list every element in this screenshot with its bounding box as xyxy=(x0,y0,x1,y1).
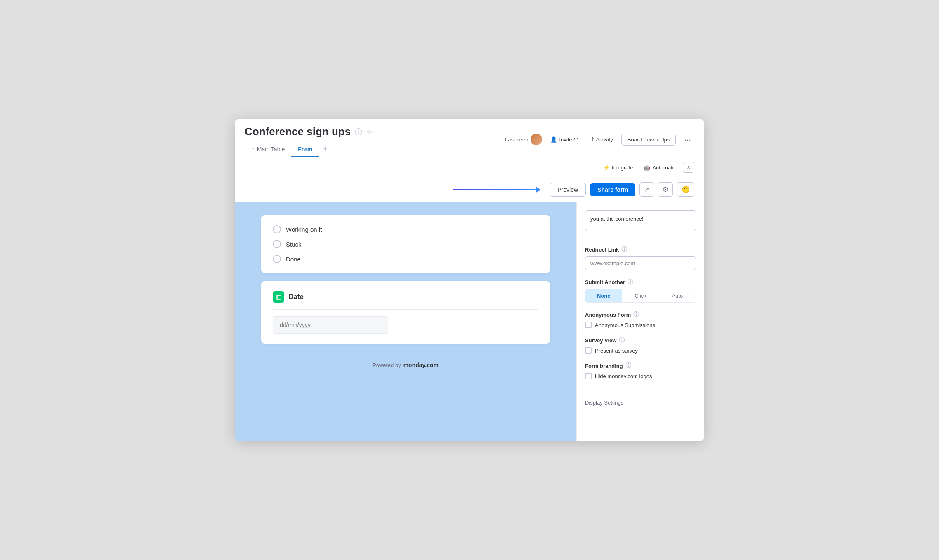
submit-option-none[interactable]: None xyxy=(585,289,622,302)
emoji-icon: 🙂 xyxy=(682,186,690,193)
main-content: Working on it Stuck Done xyxy=(235,202,704,441)
redirect-link-input[interactable] xyxy=(585,256,696,270)
activity-icon: ⤴ xyxy=(591,136,594,143)
gear-icon: ⚙ xyxy=(663,186,668,193)
collapse-button[interactable]: ∧ xyxy=(683,162,694,173)
integrate-button[interactable]: ⚡ Integrate xyxy=(600,163,636,172)
header-tabs: ⌂ Main Table Form + xyxy=(245,141,505,158)
redirect-link-title: Redirect Link ⓘ xyxy=(585,246,696,253)
avatar xyxy=(531,134,542,145)
monday-logo: monday.com xyxy=(403,362,439,368)
page-title: Conference sign ups xyxy=(245,125,351,138)
board-powerups-button[interactable]: Board Power-Ups xyxy=(621,134,676,146)
star-icon[interactable]: ☆ xyxy=(366,127,373,136)
header-right: Last seen 👤 Invite / 1 ⤴ Activity Board … xyxy=(505,133,694,150)
automate-button[interactable]: 🤖 Automate xyxy=(640,163,679,172)
last-seen: Last seen xyxy=(505,134,542,145)
submit-option-click[interactable]: Click xyxy=(622,289,659,302)
integrate-icon: ⚡ xyxy=(603,165,610,171)
anonymous-form-info-icon[interactable]: ⓘ xyxy=(633,311,639,318)
display-settings-link[interactable]: Display Settings xyxy=(585,398,696,407)
submit-option-auto[interactable]: Auto xyxy=(659,289,696,302)
toolbar-right: ⚡ Integrate 🤖 Automate ∧ xyxy=(600,162,694,173)
date-card: ▦ Date xyxy=(261,281,550,344)
redirect-link-section: Redirect Link ⓘ xyxy=(585,246,696,270)
date-icon: ▦ xyxy=(273,291,284,303)
header-title-row: Conference sign ups ⓘ ☆ xyxy=(245,125,505,138)
date-card-header: ▦ Date xyxy=(273,291,538,310)
form-branding-title: Form branding ⓘ xyxy=(585,362,696,369)
home-icon: ⌂ xyxy=(251,146,255,152)
confirmation-text-box: you at the conference! xyxy=(585,210,696,231)
submit-another-title: Submit Another ⓘ xyxy=(585,278,696,286)
tab-main-table[interactable]: ⌂ Main Table xyxy=(245,143,291,157)
form-branding-info-icon[interactable]: ⓘ xyxy=(625,362,631,369)
survey-view-title: Survey View ⓘ xyxy=(585,336,696,344)
arrow-container xyxy=(245,186,540,193)
radio-circle xyxy=(273,225,281,233)
form-content: Working on it Stuck Done xyxy=(261,215,550,381)
fullscreen-icon: ⤢ xyxy=(644,186,649,193)
present-as-survey-checkbox[interactable] xyxy=(585,347,592,354)
radio-circle xyxy=(273,240,281,248)
survey-view-info-icon[interactable]: ⓘ xyxy=(619,336,625,344)
hide-logos-checkbox[interactable] xyxy=(585,373,592,379)
activity-button[interactable]: ⤴ Activity xyxy=(588,135,616,144)
submit-options: None Click Auto xyxy=(585,289,696,303)
redirect-link-info-icon[interactable]: ⓘ xyxy=(621,246,627,253)
anonymous-submissions-checkbox[interactable] xyxy=(585,322,592,328)
add-tab-button[interactable]: + xyxy=(319,141,332,158)
more-options-button[interactable]: ··· xyxy=(681,133,694,146)
tab-form[interactable]: Form xyxy=(291,143,319,157)
present-as-survey-row[interactable]: Present as survey xyxy=(585,347,696,354)
sidebar-panel: you at the conference! Redirect Link ⓘ S… xyxy=(576,202,704,441)
automate-icon: 🤖 xyxy=(644,165,650,171)
emoji-button[interactable]: 🙂 xyxy=(677,182,694,197)
settings-button[interactable]: ⚙ xyxy=(658,182,673,197)
share-row: Preview Share form ⤢ ⚙ 🙂 xyxy=(235,177,704,202)
form-branding-section: Form branding ⓘ Hide monday.com logos xyxy=(585,362,696,379)
radio-option-stuck[interactable]: Stuck xyxy=(273,240,538,248)
fullscreen-button[interactable]: ⤢ xyxy=(639,182,654,197)
date-label: Date xyxy=(288,293,304,301)
app-window: Conference sign ups ⓘ ☆ ⌂ Main Table For… xyxy=(235,119,704,441)
submit-another-info-icon[interactable]: ⓘ xyxy=(628,278,633,286)
submit-another-section: Submit Another ⓘ None Click Auto xyxy=(585,278,696,303)
hide-logos-row[interactable]: Hide monday.com logos xyxy=(585,373,696,379)
arrow-line xyxy=(453,189,536,190)
radio-option-working-on-it[interactable]: Working on it xyxy=(273,225,538,233)
preview-button[interactable]: Preview xyxy=(550,183,586,197)
person-icon: 👤 xyxy=(550,136,557,143)
radio-option-done[interactable]: Done xyxy=(273,255,538,263)
invite-button[interactable]: 👤 Invite / 1 xyxy=(547,135,583,144)
survey-view-section: Survey View ⓘ Present as survey xyxy=(585,336,696,354)
arrow-head xyxy=(536,186,540,193)
divider xyxy=(585,393,696,393)
form-area: Working on it Stuck Done xyxy=(235,202,576,441)
date-input[interactable] xyxy=(273,316,388,334)
anonymous-form-title: Anonymous Form ⓘ xyxy=(585,311,696,318)
share-form-button[interactable]: Share form xyxy=(590,183,635,196)
radio-card: Working on it Stuck Done xyxy=(261,215,550,273)
header-left: Conference sign ups ⓘ ☆ ⌂ Main Table For… xyxy=(245,125,505,158)
toolbar: ⚡ Integrate 🤖 Automate ∧ xyxy=(235,158,704,177)
radio-circle xyxy=(273,255,281,263)
radio-group: Working on it Stuck Done xyxy=(273,225,538,263)
info-icon[interactable]: ⓘ xyxy=(355,127,362,137)
anonymous-submissions-row[interactable]: Anonymous Submissions xyxy=(585,322,696,328)
header: Conference sign ups ⓘ ☆ ⌂ Main Table For… xyxy=(235,119,704,158)
powered-by: Powered by monday.com xyxy=(261,352,550,381)
anonymous-form-section: Anonymous Form ⓘ Anonymous Submissions xyxy=(585,311,696,328)
confirmation-section: you at the conference! xyxy=(585,210,696,238)
